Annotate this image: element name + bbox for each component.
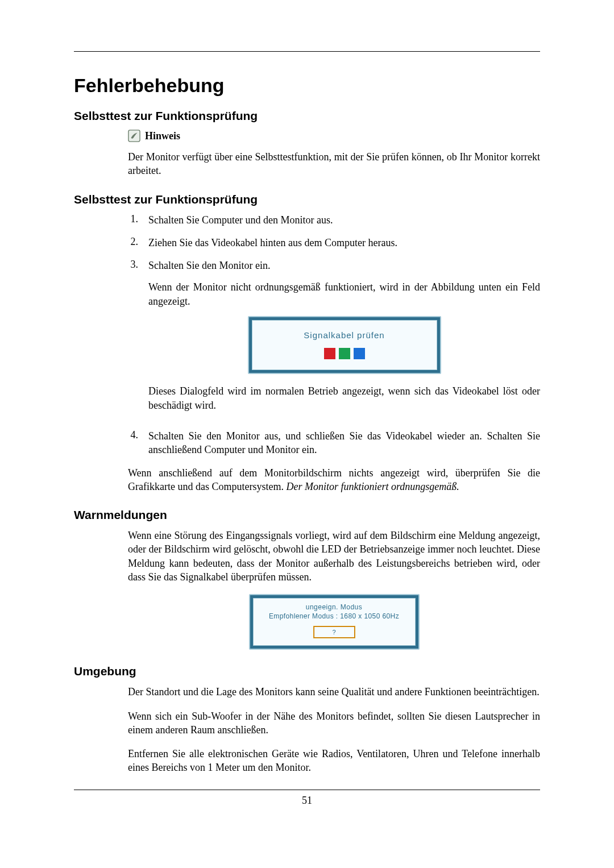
top-rule (74, 51, 540, 52)
step-list: 1. Schalten Sie Computer und den Monitor… (128, 213, 540, 457)
list-item: 3. Schalten Sie den Monitor ein. Wenn de… (128, 259, 540, 420)
dialog-title: Signalkabel prüfen (257, 330, 432, 341)
heading-environment: Umgebung (74, 665, 540, 678)
section-environment: Umgebung Der Standort und die Lage des M… (74, 665, 540, 774)
closing-italic: Der Monitor funktioniert ordnungsgemäß. (286, 481, 459, 492)
note-text: Der Monitor verfügt über eine Selbsttest… (128, 150, 540, 178)
section-body: Hinweis Der Monitor verfügt über eine Se… (128, 130, 540, 178)
env-p1: Der Standort und die Lage des Monitors k… (128, 685, 540, 699)
list-item: 2. Ziehen Sie das Videokabel hinten aus … (128, 236, 540, 250)
list-item: 1. Schalten Sie Computer und den Monitor… (128, 213, 540, 227)
section-body: Wenn eine Störung des Eingangssignals vo… (128, 529, 540, 650)
bottom-rule (74, 790, 540, 790)
list-item: 4. Schalten Sie den Monitor aus, und sch… (128, 429, 540, 457)
section-body: 1. Schalten Sie Computer und den Monitor… (128, 213, 540, 494)
closing-paragraph: Wenn anschließend auf dem Monitorbildsch… (128, 466, 540, 494)
step-text: Ziehen Sie das Videokabel hinten aus dem… (148, 236, 540, 250)
heading-selftest-1: Selbsttest zur Funktionsprüfung (74, 109, 540, 123)
figure-mode: ungeeign. Modus Empfohlener Modus : 1680… (128, 594, 540, 650)
heading-warnings: Warnmeldungen (74, 508, 540, 522)
note-row: Hinweis (128, 130, 540, 142)
dialog-inner: Signalkabel prüfen (252, 320, 437, 370)
step-text: Schalten Sie den Monitor aus, und schlie… (148, 429, 540, 457)
section-body: Der Standort und die Lage des Monitors k… (128, 685, 540, 774)
env-p2: Wenn sich ein Sub-Woofer in der Nähe des… (128, 709, 540, 737)
step-number: 1. (128, 213, 138, 227)
step-text: Schalten Sie den Monitor ein. (148, 259, 540, 272)
figure-signal-cable: Signalkabel prüfen (148, 316, 540, 374)
step-after-text-2: Dieses Dialogfeld wird im normalen Betri… (148, 384, 540, 412)
section-selftest-steps: Selbsttest zur Funktionsprüfung 1. Schal… (74, 193, 540, 494)
mode-line-2: Empfohlener Modus : 1680 x 1050 60Hz (257, 612, 412, 620)
step-after-text: Wenn der Monitor nicht ordnungsgemäß fun… (148, 280, 540, 308)
step-body: Schalten Sie den Monitor ein. Wenn der M… (148, 259, 540, 420)
dialog-frame: ungeeign. Modus Empfohlener Modus : 1680… (249, 594, 420, 650)
color-squares (257, 348, 432, 359)
step-number: 4. (128, 429, 138, 457)
button-wrap: ? (257, 626, 412, 638)
step-number: 2. (128, 236, 138, 250)
section-selftest-intro: Selbsttest zur Funktionsprüfung Hinweis … (74, 109, 540, 178)
green-square-icon (339, 348, 350, 359)
help-button: ? (313, 626, 355, 638)
dialog-inner: ungeeign. Modus Empfohlener Modus : 1680… (253, 598, 416, 646)
mode-line-1: ungeeign. Modus (257, 603, 412, 611)
document-page: Fehlerbehebung Selbsttest zur Funktionsp… (0, 0, 614, 868)
step-text: Schalten Sie Computer und den Monitor au… (148, 213, 540, 227)
page-title: Fehlerbehebung (74, 74, 540, 97)
warnings-text: Wenn eine Störung des Eingangssignals vo… (128, 529, 540, 584)
step-number: 3. (128, 259, 138, 420)
section-warnings: Warnmeldungen Wenn eine Störung des Eing… (74, 508, 540, 650)
red-square-icon (324, 348, 335, 359)
blue-square-icon (354, 348, 365, 359)
page-number: 51 (74, 795, 540, 807)
note-icon (128, 130, 140, 142)
dialog-frame: Signalkabel prüfen (248, 316, 441, 374)
note-label: Hinweis (145, 130, 180, 142)
env-p3: Entfernen Sie alle elektronischen Geräte… (128, 747, 540, 775)
heading-selftest-2: Selbsttest zur Funktionsprüfung (74, 193, 540, 206)
